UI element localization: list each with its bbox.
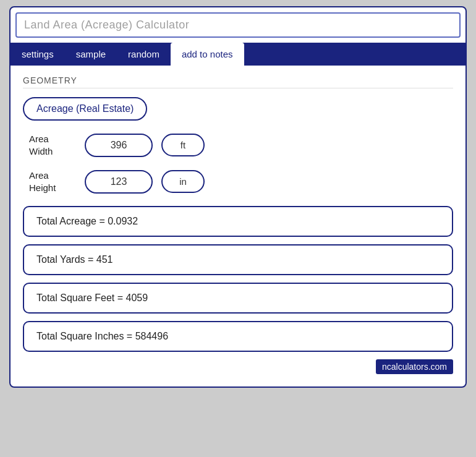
result-total-acreage: Total Acreage = 0.0932 bbox=[23, 206, 453, 237]
area-width-label: AreaWidth bbox=[29, 133, 85, 157]
area-height-input[interactable] bbox=[85, 170, 153, 194]
area-width-input[interactable] bbox=[85, 134, 153, 157]
area-height-unit[interactable]: in bbox=[161, 170, 205, 193]
tab-settings[interactable]: settings bbox=[11, 43, 65, 66]
subcategory-box: Acreage (Real Estate) bbox=[23, 97, 147, 121]
tabs-bar: settings sample random add to notes bbox=[11, 43, 465, 66]
tab-add-to-notes[interactable]: add to notes bbox=[171, 43, 244, 66]
page-wrapper: Land Area (Acreage) Calculator settings … bbox=[0, 0, 476, 457]
tab-sample[interactable]: sample bbox=[65, 43, 117, 66]
result-total-square-inches: Total Square Inches = 584496 bbox=[23, 321, 453, 352]
content-area: GEOMETRY Acreage (Real Estate) AreaWidth… bbox=[11, 66, 465, 387]
tab-random[interactable]: random bbox=[117, 43, 171, 66]
calculator-container: Land Area (Acreage) Calculator settings … bbox=[9, 6, 467, 388]
area-height-row: AreaHeight in bbox=[23, 169, 453, 194]
calculator-title: Land Area (Acreage) Calculator bbox=[24, 19, 189, 31]
result-total-square-feet: Total Square Feet = 4059 bbox=[23, 283, 453, 314]
section-label: GEOMETRY bbox=[23, 75, 453, 88]
area-height-label: AreaHeight bbox=[29, 169, 85, 194]
watermark-text: ncalculators.com bbox=[376, 359, 453, 374]
area-width-row: AreaWidth ft bbox=[23, 133, 453, 157]
area-width-unit[interactable]: ft bbox=[161, 134, 205, 156]
result-total-yards: Total Yards = 451 bbox=[23, 244, 453, 275]
watermark: ncalculators.com bbox=[23, 359, 453, 374]
title-bar: Land Area (Acreage) Calculator bbox=[15, 12, 461, 38]
